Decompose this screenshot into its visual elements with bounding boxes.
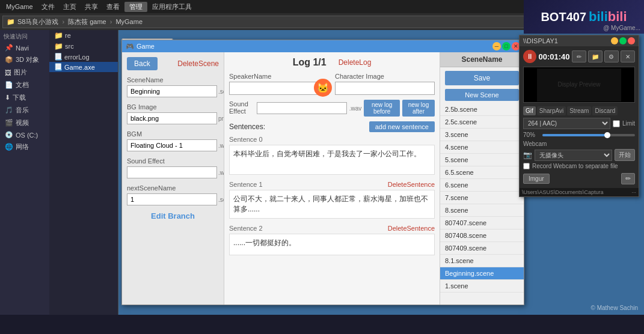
scene-list-item[interactable]: 2.5b.scene (440, 103, 524, 116)
new-scene-button[interactable]: New Scene (445, 89, 519, 101)
scene-list: 2.5b.scene2.5c.scene3.scene4.scene5.scen… (440, 103, 524, 293)
obs-maximize-btn[interactable] (619, 37, 627, 44)
sound-effect-suffix: .wav (218, 169, 224, 176)
obs-webcam-select[interactable]: 无摄像头 (535, 150, 612, 161)
sentence-2-block: Sentence 2 DeleteSentence ......一切都挺好的。 (229, 225, 435, 255)
bilibili-text: bili (589, 9, 608, 25)
obs-tab-sharpavi[interactable]: SharpAvi (537, 106, 566, 115)
sidebar-os[interactable]: 💿 OS (C:) (0, 129, 49, 141)
app-tools-btn[interactable]: 应用程序工具 (149, 2, 195, 12)
scene-list-item[interactable]: 2.5c.scene (440, 116, 524, 129)
scene-list-item[interactable]: 5.scene (440, 154, 524, 166)
scene-list-item[interactable]: 3.scene (440, 129, 524, 141)
bgm-input[interactable] (127, 139, 217, 151)
next-scene-input[interactable] (127, 193, 217, 205)
char-image-input[interactable] (335, 82, 435, 95)
music-icon: 🎵 (5, 106, 13, 114)
sound-effect-input[interactable] (127, 166, 217, 178)
file-menu-btn[interactable]: 文件 (38, 2, 58, 12)
obs-limit-checkbox[interactable] (613, 120, 620, 127)
obs-folder-btn[interactable]: 📁 (588, 50, 603, 62)
window-maximize-btn[interactable]: □ (502, 42, 511, 50)
obs-tab-stream[interactable]: Stream (567, 106, 591, 115)
delete-sentence-2-button[interactable]: DeleteSentence (388, 225, 435, 232)
obs-path-more[interactable]: ··· (631, 189, 636, 195)
new-log-after-btn[interactable]: new log after (402, 100, 435, 117)
sidebar-downloads[interactable]: ⬇ 下载 (0, 91, 49, 104)
right-panel: SceneName Save New Scene 2.5b.scene2.5c.… (440, 52, 524, 305)
obs-close-btn[interactable] (628, 37, 635, 44)
quick-access-title: 快速访问 (0, 30, 49, 42)
obs-codec-select[interactable]: 264 | AAC) (523, 118, 610, 129)
file-tree-item-re[interactable]: 📁 re (49, 30, 118, 41)
record-webcam-checkbox[interactable] (523, 163, 530, 169)
scene-list-item[interactable]: 7.scene (440, 192, 524, 204)
file-tree-item-gameaxe[interactable]: 📃 Game.axe (49, 62, 118, 72)
scene-list-item[interactable]: 8.scene (440, 204, 524, 217)
sentence-0-text[interactable]: 本科毕业后，自觉考研困难，于是我去了一家小公司工作。 (229, 145, 435, 175)
scene-list-item[interactable]: 1.scene (440, 280, 524, 293)
obs-pencil-btn[interactable]: ✏ (572, 50, 586, 62)
scene-list-item[interactable]: 6.scene (440, 179, 524, 192)
home-menu-btn[interactable]: 主页 (60, 2, 80, 12)
char-col: Character Image (335, 73, 435, 95)
sidebar-music[interactable]: 🎵 音乐 (0, 104, 49, 117)
scene-list-item[interactable]: 8.1.scene (440, 255, 524, 267)
obs-open-btn[interactable]: 开始 (615, 149, 635, 161)
sidebar-navi[interactable]: 📌 Navi (0, 42, 49, 53)
obs-close-x-btn[interactable]: ✕ (621, 50, 635, 62)
obs-tab-discard[interactable]: Discard (592, 106, 618, 115)
scene-list-item[interactable]: 4.scene (440, 141, 524, 154)
share-menu-btn[interactable]: 共享 (81, 2, 102, 12)
scene-list-item[interactable]: Beginning.scene (440, 267, 524, 280)
file-tree-item-errorlog[interactable]: 📃 errorLog (49, 52, 118, 62)
sidebar-videos[interactable]: 🎬 视频 (0, 117, 49, 129)
sentence-1-text[interactable]: 公司不大，就二十来人，同事人都正常，薪水海星，加班也不算多...... (229, 190, 435, 219)
scene-list-item[interactable]: 807408.scene (440, 229, 524, 242)
bilibili-subtitle: @ MyGame... (603, 25, 640, 31)
edit-branch-button[interactable]: Edit Branch (151, 211, 195, 220)
scene-list-item[interactable]: 807407.scene (440, 217, 524, 229)
delete-sentence-1-button[interactable]: DeleteSentence (388, 181, 435, 188)
sidebar-3d[interactable]: 📦 3D 对象 (0, 53, 49, 66)
obs-settings-btn[interactable]: ⚙ (604, 50, 619, 62)
obs-codec-row: 264 | AAC) Limit (523, 118, 635, 129)
window-minimize-btn[interactable]: ─ (492, 42, 501, 50)
videos-icon: 🎬 (5, 119, 13, 127)
sidebar-pictures[interactable]: 🖼 图片 (0, 66, 49, 79)
game-window-title: Game (136, 43, 155, 50)
obs-edit-btn[interactable]: ✏ (621, 173, 635, 184)
obs-imgur-btn[interactable]: Imgur (523, 174, 550, 184)
obs-minimize-btn[interactable] (611, 37, 618, 44)
back-button[interactable]: Back (127, 57, 158, 70)
file-tree-item-src[interactable]: 📁 src (49, 41, 118, 52)
game-window-icon: 🎮 (126, 43, 134, 50)
obs-record-btn[interactable]: ⏸ (523, 50, 536, 63)
scene-list-item[interactable]: 6.5.scene (440, 166, 524, 179)
center-sound-input[interactable] (257, 102, 347, 114)
bgm-group: BGM .wav (127, 130, 219, 151)
sidebar-network[interactable]: 🌐 网络 (0, 141, 49, 153)
manage-btn[interactable]: 管理 (124, 2, 147, 12)
new-log-before-btn[interactable]: new log before (364, 100, 400, 117)
sidebar-documents[interactable]: 📄 文档 (0, 79, 49, 91)
sentences-label: Sentences: (229, 123, 265, 131)
save-button[interactable]: Save (445, 71, 519, 85)
delete-scene-button[interactable]: DeleteScene (177, 59, 219, 68)
sentence-2-text[interactable]: ......一切都挺好的。 (229, 234, 435, 255)
add-sentence-button[interactable]: add new sentence (369, 121, 435, 132)
scene-name-input[interactable] (127, 85, 217, 97)
network-icon: 🌐 (5, 143, 13, 151)
view-menu-btn[interactable]: 查看 (103, 2, 123, 12)
sentence-1-title: Sentence 1 (229, 181, 263, 188)
bot-number: BOT407 (541, 10, 586, 24)
obs-volume-slider[interactable] (542, 134, 635, 136)
scene-name-group: SceneName .scene (127, 76, 219, 97)
scene-list-item[interactable]: 807409.scene (440, 242, 524, 255)
delete-log-button[interactable]: DeleteLog (339, 58, 372, 67)
path-part-3: MyGame (115, 18, 143, 25)
obs-tab-gif[interactable]: Gif (523, 106, 536, 115)
obs-titlebar: \\DISPLAY1 (520, 35, 639, 46)
obs-window: \\DISPLAY1 ⏸ 00:01:40 ✏ 📁 ⚙ ✕ (519, 35, 639, 197)
bg-image-input[interactable] (127, 112, 217, 124)
